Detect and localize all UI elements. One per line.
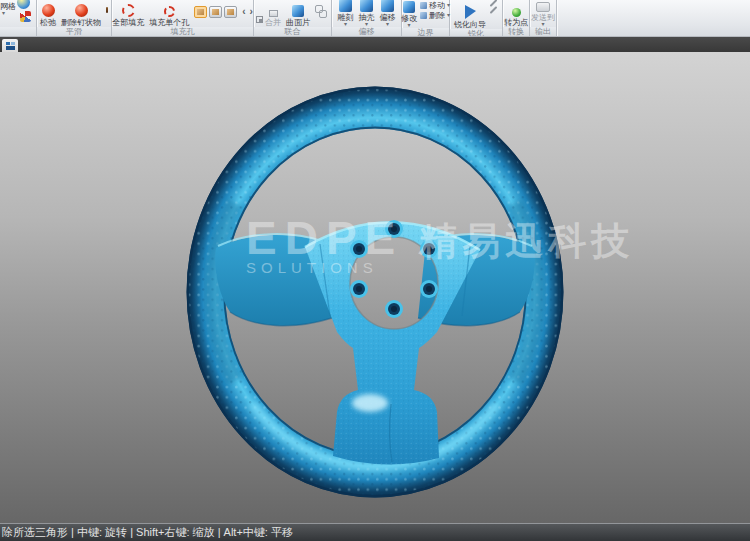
viewport-tab[interactable]	[2, 39, 18, 52]
ribbon-group-smooth: 松弛 删除钉状物 平滑	[37, 0, 112, 37]
fill-all-icon	[122, 4, 135, 17]
sharpen-tool-icon[interactable]	[490, 6, 498, 14]
shell-icon	[360, 0, 373, 12]
fill-method-option-selected[interactable]	[194, 6, 207, 18]
chevron-down-icon: ▾	[541, 22, 544, 27]
ribbon-group-sharpen: 锐化向导 锐化	[450, 0, 503, 37]
3d-viewport[interactable]: EDPE SOLUTIONS 精易迅科技	[0, 52, 750, 523]
offset-icon	[381, 0, 394, 12]
fill-single-hole-button[interactable]: 填充单个孔	[149, 11, 189, 27]
chevron-down-icon: ▾	[386, 22, 389, 27]
offset-button[interactable]: 偏移 ▾	[380, 4, 396, 27]
chevron-down-icon: ▾	[344, 22, 347, 27]
group-caption-mesh	[0, 27, 36, 37]
fill-method-gallery	[194, 6, 237, 18]
fill-method-option[interactable]	[209, 6, 222, 18]
chain-link-icon[interactable]	[315, 4, 327, 18]
send-to-button[interactable]: 发送到 ▾	[531, 7, 555, 27]
fill-single-hole-icon	[164, 6, 175, 17]
ribbon-group-output: 发送到 ▾ 输出	[530, 0, 557, 37]
merge-icon	[269, 10, 278, 17]
viewport-tab-strip	[0, 37, 750, 52]
status-bar: 除所选三角形 | 中键: 旋转 | Shift+右键: 缩放 | Alt+中键:…	[0, 523, 750, 541]
sculpt-icon	[339, 0, 352, 12]
gallery-prev-icon[interactable]: ‹	[242, 6, 245, 17]
move-button[interactable]: 移动▾	[420, 1, 450, 10]
chevron-down-icon: ▾	[365, 22, 368, 27]
send-to-icon	[536, 2, 550, 12]
convert-to-points-button[interactable]: 转为点	[504, 10, 528, 27]
group-caption-offset: 偏移	[332, 27, 401, 37]
remove-spikes-button[interactable]: 删除钉状物	[61, 9, 101, 27]
group-caption-smooth: 平滑	[37, 27, 111, 37]
group-caption-sharpen: 锐化	[450, 29, 502, 37]
relax-sphere-icon	[42, 4, 55, 17]
clay-lump-icon[interactable]	[106, 7, 108, 13]
modify-button[interactable]: 修改 ▾	[401, 6, 417, 28]
surface-patch-button[interactable]: 曲面片	[286, 10, 310, 27]
remove-spikes-icon	[75, 4, 88, 17]
group-caption-boundary: 边界	[402, 28, 449, 37]
ribbon-group-boundary: 修改 ▾ 移动▾ 删除▾ 边界	[402, 0, 450, 37]
steering-wheel-mesh	[0, 52, 750, 523]
gallery-next-icon[interactable]: ›	[250, 6, 253, 17]
group-caption-output: 输出	[530, 27, 556, 37]
ribbon-group-fill-holes: 全部填充 填充单个孔 ‹ › 填充孔	[112, 0, 254, 37]
ribbon-toolbar: 网格 ▾ 松弛 删除钉状物 平滑 全部填充	[0, 0, 750, 37]
group-caption-combine: 联合	[254, 27, 331, 37]
ribbon-group-offset: 雕刻 ▾ 抽壳 ▾ 偏移 ▾ 偏移	[332, 0, 402, 37]
fill-all-button[interactable]: 全部填充	[112, 9, 144, 27]
shell-button[interactable]: 抽壳 ▾	[359, 4, 375, 27]
chevron-down-icon[interactable]: ▾	[2, 11, 5, 16]
pinwheel-icon[interactable]	[20, 11, 31, 22]
relax-button[interactable]: 松弛	[40, 9, 56, 27]
sharpen-wizard-button[interactable]: 锐化向导	[454, 10, 486, 29]
delete-icon	[420, 12, 427, 19]
delete-button[interactable]: 删除▾	[420, 11, 450, 20]
fill-method-option[interactable]	[224, 6, 237, 18]
merge-button[interactable]: 合并	[265, 13, 281, 27]
mesh-sphere-icon[interactable]	[17, 0, 30, 9]
ribbon-group-convert: 转为点 转换	[503, 0, 530, 37]
group-caption-fill-holes: 填充孔	[112, 27, 253, 37]
move-icon	[420, 2, 427, 9]
ribbon-group-combine: 合并 曲面片 联合	[254, 0, 332, 37]
status-hint: 除所选三角形 | 中键: 旋转 | Shift+右键: 缩放 | Alt+中键:…	[2, 526, 293, 538]
sharpen-wizard-icon	[465, 5, 476, 19]
surface-patch-icon	[292, 5, 304, 17]
to-points-icon	[512, 8, 521, 17]
modify-icon	[403, 1, 415, 13]
group-caption-convert: 转换	[503, 27, 529, 37]
viewport-grid-icon	[6, 42, 15, 50]
chevron-down-icon: ▾	[407, 23, 410, 28]
ribbon-group-mesh: 网格 ▾	[0, 0, 37, 37]
sculpt-button[interactable]: 雕刻 ▾	[338, 4, 354, 27]
